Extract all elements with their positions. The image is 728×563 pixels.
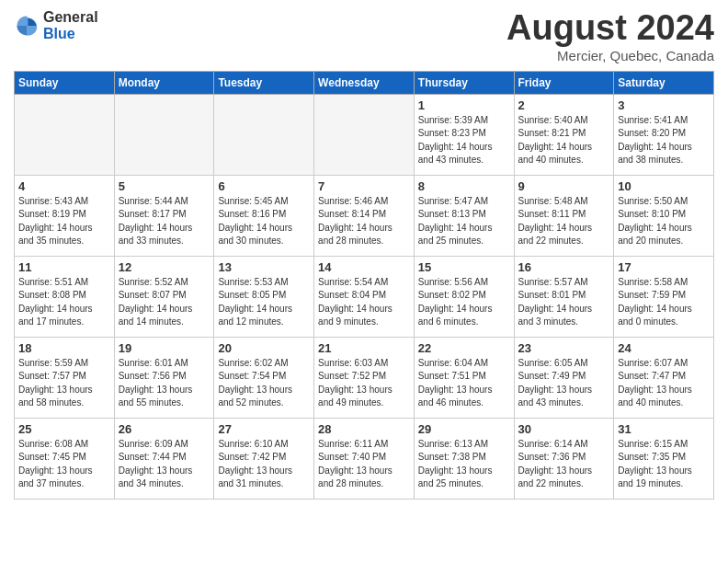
day-cell: 17Sunrise: 5:58 AM Sunset: 7:59 PM Dayli…: [614, 256, 714, 337]
week-row-4: 18Sunrise: 5:59 AM Sunset: 7:57 PM Dayli…: [15, 337, 714, 418]
week-row-3: 11Sunrise: 5:51 AM Sunset: 8:08 PM Dayli…: [15, 256, 714, 337]
day-cell: 11Sunrise: 5:51 AM Sunset: 8:08 PM Dayli…: [15, 256, 115, 337]
day-info: Sunrise: 6:01 AM Sunset: 7:56 PM Dayligh…: [119, 357, 210, 410]
day-number: 16: [518, 260, 610, 274]
weekday-header-saturday: Saturday: [614, 71, 714, 94]
day-info: Sunrise: 5:59 AM Sunset: 7:57 PM Dayligh…: [18, 357, 110, 410]
day-cell: 8Sunrise: 5:47 AM Sunset: 8:13 PM Daylig…: [414, 175, 514, 256]
day-info: Sunrise: 5:39 AM Sunset: 8:23 PM Dayligh…: [418, 114, 510, 167]
weekday-header-thursday: Thursday: [414, 71, 514, 94]
day-info: Sunrise: 5:45 AM Sunset: 8:16 PM Dayligh…: [218, 195, 310, 248]
day-info: Sunrise: 5:43 AM Sunset: 8:19 PM Dayligh…: [18, 195, 110, 248]
day-info: Sunrise: 6:02 AM Sunset: 7:54 PM Dayligh…: [218, 357, 310, 410]
day-cell: 26Sunrise: 6:09 AM Sunset: 7:44 PM Dayli…: [114, 418, 214, 499]
day-number: 21: [318, 341, 410, 355]
day-info: Sunrise: 6:03 AM Sunset: 7:52 PM Dayligh…: [318, 357, 410, 410]
day-cell: 30Sunrise: 6:14 AM Sunset: 7:36 PM Dayli…: [514, 418, 614, 499]
day-number: 6: [218, 179, 310, 193]
day-info: Sunrise: 6:09 AM Sunset: 7:44 PM Dayligh…: [119, 438, 210, 491]
day-number: 28: [318, 422, 410, 436]
day-cell: 19Sunrise: 6:01 AM Sunset: 7:56 PM Dayli…: [114, 337, 214, 418]
day-number: 3: [618, 98, 710, 112]
weekday-header-monday: Monday: [114, 71, 214, 94]
day-number: 27: [218, 422, 310, 436]
day-cell: [15, 94, 115, 175]
day-cell: 18Sunrise: 5:59 AM Sunset: 7:57 PM Dayli…: [15, 337, 115, 418]
day-info: Sunrise: 6:04 AM Sunset: 7:51 PM Dayligh…: [418, 357, 510, 410]
day-cell: 23Sunrise: 6:05 AM Sunset: 7:49 PM Dayli…: [514, 337, 614, 418]
day-info: Sunrise: 5:56 AM Sunset: 8:02 PM Dayligh…: [418, 276, 510, 329]
day-cell: 31Sunrise: 6:15 AM Sunset: 7:35 PM Dayli…: [614, 418, 714, 499]
calendar-header: SundayMondayTuesdayWednesdayThursdayFrid…: [15, 71, 714, 94]
day-info: Sunrise: 5:52 AM Sunset: 8:07 PM Dayligh…: [119, 276, 210, 329]
day-number: 8: [418, 179, 510, 193]
day-cell: 9Sunrise: 5:48 AM Sunset: 8:11 PM Daylig…: [514, 175, 614, 256]
weekday-header-wednesday: Wednesday: [314, 71, 415, 94]
day-number: 31: [618, 422, 710, 436]
day-info: Sunrise: 5:48 AM Sunset: 8:11 PM Dayligh…: [518, 195, 610, 248]
day-info: Sunrise: 5:41 AM Sunset: 8:20 PM Dayligh…: [618, 114, 710, 167]
day-cell: 21Sunrise: 6:03 AM Sunset: 7:52 PM Dayli…: [314, 337, 415, 418]
day-info: Sunrise: 5:40 AM Sunset: 8:21 PM Dayligh…: [518, 114, 610, 167]
title-block: August 2024 Mercier, Quebec, Canada: [506, 9, 714, 63]
day-cell: [214, 94, 314, 175]
day-info: Sunrise: 6:14 AM Sunset: 7:36 PM Dayligh…: [518, 438, 610, 491]
logo-icon: [14, 13, 40, 39]
day-info: Sunrise: 6:05 AM Sunset: 7:49 PM Dayligh…: [518, 357, 610, 410]
logo: General Blue: [14, 9, 98, 42]
day-cell: 6Sunrise: 5:45 AM Sunset: 8:16 PM Daylig…: [214, 175, 314, 256]
day-cell: 29Sunrise: 6:13 AM Sunset: 7:38 PM Dayli…: [414, 418, 514, 499]
day-info: Sunrise: 5:54 AM Sunset: 8:04 PM Dayligh…: [318, 276, 410, 329]
day-number: 15: [418, 260, 510, 274]
day-cell: 7Sunrise: 5:46 AM Sunset: 8:14 PM Daylig…: [314, 175, 415, 256]
day-number: 22: [418, 341, 510, 355]
day-info: Sunrise: 6:15 AM Sunset: 7:35 PM Dayligh…: [618, 438, 710, 491]
day-number: 18: [18, 341, 110, 355]
logo-text: General Blue: [43, 9, 98, 42]
day-number: 2: [518, 98, 610, 112]
day-number: 17: [618, 260, 710, 274]
day-cell: 16Sunrise: 5:57 AM Sunset: 8:01 PM Dayli…: [514, 256, 614, 337]
day-cell: 3Sunrise: 5:41 AM Sunset: 8:20 PM Daylig…: [614, 94, 714, 175]
page-header: General Blue August 2024 Mercier, Quebec…: [14, 9, 714, 63]
day-cell: 4Sunrise: 5:43 AM Sunset: 8:19 PM Daylig…: [15, 175, 115, 256]
day-info: Sunrise: 5:53 AM Sunset: 8:05 PM Dayligh…: [218, 276, 310, 329]
day-cell: 27Sunrise: 6:10 AM Sunset: 7:42 PM Dayli…: [214, 418, 314, 499]
day-cell: 22Sunrise: 6:04 AM Sunset: 7:51 PM Dayli…: [414, 337, 514, 418]
day-cell: 14Sunrise: 5:54 AM Sunset: 8:04 PM Dayli…: [314, 256, 415, 337]
weekday-header-friday: Friday: [514, 71, 614, 94]
day-number: 14: [318, 260, 410, 274]
day-cell: 15Sunrise: 5:56 AM Sunset: 8:02 PM Dayli…: [414, 256, 514, 337]
day-number: 10: [618, 179, 710, 193]
day-number: 7: [318, 179, 410, 193]
day-cell: [314, 94, 415, 175]
day-number: 19: [119, 341, 210, 355]
day-info: Sunrise: 5:44 AM Sunset: 8:17 PM Dayligh…: [119, 195, 210, 248]
day-number: 20: [218, 341, 310, 355]
day-cell: 20Sunrise: 6:02 AM Sunset: 7:54 PM Dayli…: [214, 337, 314, 418]
day-cell: 24Sunrise: 6:07 AM Sunset: 7:47 PM Dayli…: [614, 337, 714, 418]
day-info: Sunrise: 6:10 AM Sunset: 7:42 PM Dayligh…: [218, 438, 310, 491]
week-row-5: 25Sunrise: 6:08 AM Sunset: 7:45 PM Dayli…: [15, 418, 714, 499]
calendar-title: August 2024: [506, 9, 714, 48]
day-info: Sunrise: 5:51 AM Sunset: 8:08 PM Dayligh…: [18, 276, 110, 329]
day-number: 4: [18, 179, 110, 193]
week-row-2: 4Sunrise: 5:43 AM Sunset: 8:19 PM Daylig…: [15, 175, 714, 256]
day-number: 13: [218, 260, 310, 274]
day-info: Sunrise: 6:13 AM Sunset: 7:38 PM Dayligh…: [418, 438, 510, 491]
day-number: 11: [18, 260, 110, 274]
week-row-1: 1Sunrise: 5:39 AM Sunset: 8:23 PM Daylig…: [15, 94, 714, 175]
day-info: Sunrise: 5:50 AM Sunset: 8:10 PM Dayligh…: [618, 195, 710, 248]
weekday-header-tuesday: Tuesday: [214, 71, 314, 94]
day-cell: 25Sunrise: 6:08 AM Sunset: 7:45 PM Dayli…: [15, 418, 115, 499]
day-number: 12: [119, 260, 210, 274]
day-number: 5: [119, 179, 210, 193]
day-cell: 2Sunrise: 5:40 AM Sunset: 8:21 PM Daylig…: [514, 94, 614, 175]
day-cell: 28Sunrise: 6:11 AM Sunset: 7:40 PM Dayli…: [314, 418, 415, 499]
day-number: 23: [518, 341, 610, 355]
day-info: Sunrise: 5:47 AM Sunset: 8:13 PM Dayligh…: [418, 195, 510, 248]
calendar-table: SundayMondayTuesdayWednesdayThursdayFrid…: [14, 71, 714, 500]
day-info: Sunrise: 6:08 AM Sunset: 7:45 PM Dayligh…: [18, 438, 110, 491]
day-number: 30: [518, 422, 610, 436]
day-cell: 10Sunrise: 5:50 AM Sunset: 8:10 PM Dayli…: [614, 175, 714, 256]
